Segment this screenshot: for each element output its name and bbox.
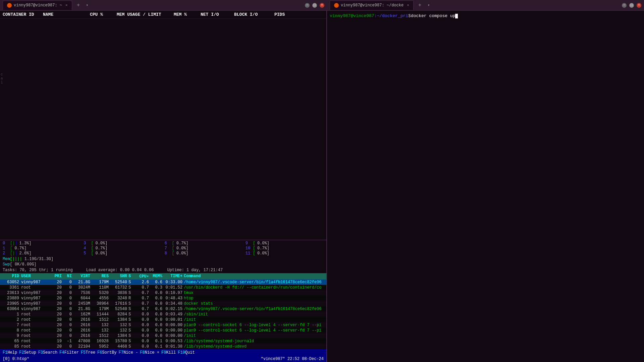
left-tab[interactable]: vinny987@vince987: ~ × (3, 1, 72, 10)
table-row[interactable]: 1 root 20 0 162M 11444 8284 S 0.0 0.0 0:… (0, 312, 326, 317)
proc-ni: 0 (63, 328, 73, 333)
tab-icon-right (334, 3, 339, 8)
fkey-f2[interactable]: F2Setup (19, 350, 38, 355)
cpu-bar-8: [ (172, 251, 174, 256)
proc-ni: 0 (63, 307, 73, 311)
fkey-f3[interactable]: F3Search (38, 350, 60, 355)
tasks-info: Tasks: 70, 205 thr; 1 running Load avera… (0, 267, 326, 273)
fkey-f5[interactable]: F5Tree (81, 350, 97, 355)
table-row[interactable]: 63052 vinny987 20 0 21.8G 179M 52540 S 2… (0, 280, 326, 285)
proc-time: 0:00.00 (164, 323, 184, 327)
left-minimize-button[interactable]: ─ (305, 3, 310, 8)
cpu-pct-2: 2.6%] (18, 251, 32, 256)
proc-header-cpu: CPU▾ (135, 274, 150, 279)
proc-res: 110M (92, 285, 110, 290)
left-tab-close[interactable]: × (65, 3, 68, 7)
table-row[interactable]: 65 root 19 -1 47808 16928 15780 S 0.0 0.… (0, 339, 326, 344)
table-row[interactable]: 7 root 20 0 2616 132 132 S 0.0 0.0 0:00.… (0, 322, 326, 328)
table-row[interactable]: 85 root 20 0 22104 5952 4468 S 0.0 0.1 0… (0, 344, 326, 349)
cpu-meter-4: 4 [ 0.7%] (84, 246, 162, 251)
header-container-id: CONTAINER ID (3, 12, 43, 17)
right-minimize-button[interactable]: ─ (622, 3, 627, 8)
fkey-f10[interactable]: F10Quit (178, 350, 197, 355)
proc-cmd: /usr/bin/dockerd -H fd:// --containerd=/… (184, 285, 324, 290)
cpu-meter-11: 11 [ 0.0%] (246, 251, 324, 256)
header-cpu: CPU % (90, 12, 117, 17)
left-maximize-button[interactable]: □ (312, 3, 317, 8)
right-tab-close[interactable]: × (407, 3, 409, 7)
main-content: CONTAINER ID NAME CPU % MEM USAGE / LIMI… (0, 11, 644, 362)
proc-s: S (128, 285, 135, 290)
cpu-bar-11: [ (253, 251, 255, 256)
terminal-content: vinny987@vince987 :~/docker_pri $ docker… (327, 11, 644, 362)
proc-s: R (128, 296, 135, 301)
right-tab-dropdown[interactable]: ▾ (426, 3, 431, 8)
table-row[interactable]: 23613 vinny987 20 0 7536 5320 3036 S 0.7… (0, 290, 326, 296)
proc-pri: 19 (51, 339, 63, 344)
proc-pid: 7 (3, 323, 21, 327)
proc-cpu: 0.0 (135, 323, 150, 327)
proc-virt: 162M (73, 312, 92, 317)
proc-s: S (128, 291, 135, 295)
proc-pri: 20 (51, 312, 63, 317)
proc-cpu: 0.7 (135, 301, 150, 306)
proc-s: S (128, 339, 135, 344)
cpu-meter-9: 9 [ 0.0%] (246, 241, 324, 246)
proc-cmd: plan9 --control-socket 6 --log-level 4 -… (184, 328, 324, 333)
proc-user: root (21, 344, 51, 349)
right-panel: vinny987@vince987 :~/docker_pri $ docker… (327, 11, 644, 362)
right-maximize-button[interactable]: □ (629, 3, 634, 8)
cpu-bar-10: [ (253, 246, 255, 251)
proc-cmd: /sbin/init (184, 312, 324, 317)
proc-pri: 20 (51, 334, 63, 338)
left-tab-dropdown[interactable]: ▾ (85, 3, 90, 8)
proc-virt: 3024M (73, 285, 92, 290)
table-row[interactable]: 3361 root 20 0 3024M 110M 61732 S 0.7 0.… (0, 285, 326, 290)
cpu-bar-4: [ (91, 246, 93, 251)
left-tab-new[interactable]: + (75, 2, 82, 8)
table-row[interactable]: 2 root 20 0 2616 1512 1384 S 0.0 0.0 0:0… (0, 317, 326, 322)
proc-shr: 8284 (110, 312, 128, 317)
header-mem-usage: MEM USAGE / LIMIT (117, 12, 174, 17)
fkey-f8[interactable]: F8Nice + (140, 350, 161, 355)
proc-time: 0:01.38 (164, 344, 184, 349)
right-tab[interactable]: vinny987@vince987: ~/docke × (330, 1, 414, 10)
prompt-symbol: $ (408, 13, 411, 18)
fkey-f1[interactable]: F1Help (3, 350, 19, 355)
cpu-num-9: 9 (246, 241, 252, 246)
swp-bar: [ 0K/8.00G] (10, 262, 37, 267)
right-tab-new[interactable]: + (416, 2, 424, 8)
status-right: "vince987" 22:52 08-Dec-24 (261, 357, 324, 361)
cpu-meter-8: 8 [ 0.0%] (165, 251, 243, 256)
table-row[interactable]: 23905 vinny987 20 0 2453M 38964 17616 S … (0, 301, 326, 306)
fkey-f7[interactable]: F7Nice - (119, 350, 140, 355)
proc-cpu: 0.0 (135, 328, 150, 333)
proc-shr: 17616 (110, 301, 128, 306)
proc-cmd: docker stats (184, 301, 324, 306)
fkey-f9[interactable]: F9Kill (161, 350, 178, 355)
header-block-io: BLOCK I/O (234, 12, 274, 17)
proc-header-virt: VIRT (73, 274, 92, 279)
cpu-pct-11: 0.0%] (256, 251, 269, 256)
right-close-button[interactable]: × (637, 3, 641, 8)
fkey-f6[interactable]: F6SortBy (97, 350, 119, 355)
proc-header-res: RES (92, 274, 110, 279)
proc-mem: 0.0 (150, 291, 164, 295)
left-close-button[interactable]: × (320, 3, 324, 8)
mem-row: Mem[|||| 1.19G/31.3G] (0, 256, 326, 262)
table-row[interactable]: 23889 vinny987 20 0 6044 4556 3248 R 0.7… (0, 296, 326, 301)
proc-ni: 0 (63, 312, 73, 317)
table-row[interactable]: 63064 vinny987 20 0 21.8G 179M 52540 S 0… (0, 306, 326, 312)
fkey-f4[interactable]: F4Filter (59, 350, 81, 355)
proc-s: S (128, 344, 135, 349)
table-row[interactable]: 9 root 20 0 2616 1512 1384 S 0.0 0.0 0:0… (0, 333, 326, 339)
table-row[interactable]: 8 root 20 0 2616 132 132 S 0.0 0.0 0:00.… (0, 328, 326, 333)
proc-cmd: /home/vinny987/.vscode-server/bin/f1a4fb… (184, 280, 324, 285)
proc-mem: 0.0 (150, 328, 164, 333)
cpu-meter-6: 6 [ 0.7%] (165, 241, 243, 246)
proc-s: S (128, 312, 135, 317)
proc-cpu: 0.7 (135, 291, 150, 295)
proc-virt: 47808 (73, 339, 92, 344)
proc-cpu: 0.7 (135, 285, 150, 290)
cpu-num-8: 8 (165, 251, 171, 256)
